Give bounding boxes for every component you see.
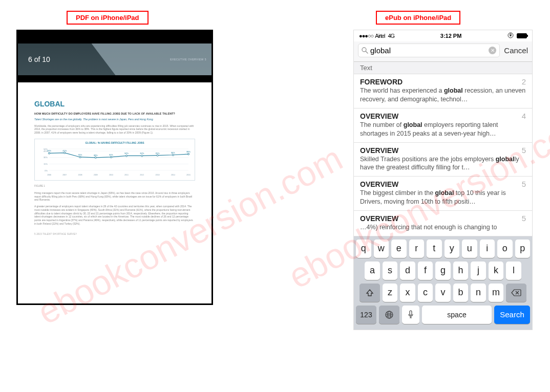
key-h[interactable]: h	[453, 262, 469, 280]
key-t[interactable]: t	[427, 239, 442, 258]
key-f[interactable]: f	[418, 262, 433, 280]
search-result[interactable]: OVERVIEW 4 The number of global employer…	[354, 108, 532, 143]
key-space[interactable]: space	[422, 306, 492, 324]
pdf-para1: Worldwide, the percentage of employers w…	[34, 124, 195, 135]
svg-point-32	[141, 155, 143, 157]
search-result[interactable]: OVERVIEW 5 Skilled Trades positions are …	[354, 143, 532, 177]
svg-text:40%: 40%	[47, 149, 51, 152]
svg-line-43	[366, 51, 368, 53]
key-shift[interactable]	[359, 284, 380, 302]
key-d[interactable]: d	[400, 262, 415, 280]
result-snippet: Skilled Trades positions are the jobs em…	[360, 155, 526, 172]
pdf-para2: Hiring managers report the most severe t…	[34, 191, 195, 202]
page-counter: 6 of 10	[28, 55, 50, 63]
results-section-header: Text	[354, 62, 532, 74]
pdf-divider	[18, 75, 211, 82]
pdf-chart: GLOBAL: % HAVING DIFFICULTY FILLING JOBS…	[34, 139, 195, 181]
key-p[interactable]: p	[515, 239, 531, 258]
svg-text:31%: 31%	[78, 154, 82, 156]
svg-text:38%: 38%	[186, 150, 191, 153]
key-m[interactable]: m	[489, 284, 504, 302]
svg-text:34%: 34%	[140, 152, 144, 155]
key-search[interactable]: Search	[494, 306, 530, 324]
key-o[interactable]: o	[497, 239, 513, 258]
result-snippet: The number of global employers reporting…	[360, 121, 526, 138]
key-v[interactable]: v	[435, 284, 451, 302]
search-input[interactable]	[370, 46, 489, 55]
key-globe[interactable]	[379, 306, 399, 324]
pdf-body[interactable]: GLOBAL HOW MUCH DIFFICULTY DO EMPLOYERS …	[18, 82, 211, 241]
key-y[interactable]: y	[445, 239, 460, 258]
key-l[interactable]: l	[506, 262, 521, 280]
key-u[interactable]: u	[462, 239, 477, 258]
svg-point-38	[187, 153, 189, 155]
svg-text:30%: 30%	[94, 154, 98, 157]
cancel-button[interactable]: Cancel	[504, 46, 528, 55]
svg-text:2008: 2008	[78, 174, 82, 176]
svg-text:2010: 2010	[109, 174, 113, 176]
key-e[interactable]: e	[391, 239, 407, 258]
svg-point-36	[172, 154, 174, 156]
label-pdf: PDF on iPhone/iPad	[67, 11, 149, 25]
pdf-banner: 6 of 10 EXECUTIVE OVERVIEW 5	[18, 43, 211, 75]
key-a[interactable]: a	[365, 262, 380, 280]
figure-caption: FIGURE 1	[34, 185, 195, 187]
key-i[interactable]: i	[480, 239, 495, 258]
pdf-heading: GLOBAL	[34, 100, 195, 108]
chart-svg: 0%15%30%45%50%20062007200820092010201120…	[38, 146, 192, 177]
svg-point-26	[95, 157, 96, 158]
result-snippet: The world has experienced a global reces…	[360, 86, 526, 104]
pdf-topbar	[18, 31, 211, 43]
battery-icon	[517, 33, 527, 38]
svg-text:15%: 15%	[44, 163, 48, 165]
svg-text:2014: 2014	[171, 174, 175, 176]
key-x[interactable]: x	[400, 284, 415, 302]
svg-rect-41	[510, 35, 512, 37]
svg-text:2011: 2011	[124, 174, 129, 176]
svg-point-28	[110, 156, 112, 158]
key-r[interactable]: r	[409, 239, 425, 258]
svg-text:2006: 2006	[47, 174, 51, 176]
result-count: 5	[522, 180, 526, 188]
svg-text:31%: 31%	[109, 154, 113, 156]
key-w[interactable]: w	[374, 239, 389, 258]
pdf-subheading: HOW MUCH DIFFICULTY DO EMPLOYERS HAVE FI…	[34, 112, 195, 116]
key-b[interactable]: b	[453, 284, 469, 302]
search-bar: ✕ Cancel	[354, 41, 532, 62]
clear-search-button[interactable]: ✕	[489, 47, 496, 54]
globe-icon	[385, 310, 394, 319]
key-backspace[interactable]	[506, 284, 526, 302]
key-mic[interactable]	[402, 306, 419, 324]
svg-point-30	[126, 155, 128, 157]
key-s[interactable]: s	[383, 262, 398, 280]
orientation-lock-icon	[507, 32, 514, 39]
key-j[interactable]: j	[471, 262, 486, 280]
svg-text:34%: 34%	[124, 152, 129, 155]
key-n[interactable]: n	[471, 284, 486, 302]
search-result[interactable]: OVERVIEW 5 …4%) reinforcing that not eno…	[354, 211, 532, 236]
pdf-viewer: 6 of 10 EXECUTIVE OVERVIEW 5 GLOBAL HOW …	[16, 30, 213, 305]
svg-point-20	[48, 153, 50, 154]
key-q[interactable]: q	[356, 239, 371, 258]
result-count: 5	[522, 146, 526, 155]
section-label: EXECUTIVE OVERVIEW 5	[170, 58, 206, 61]
search-field[interactable]: ✕	[358, 43, 500, 57]
key-123[interactable]: 123	[356, 306, 376, 324]
key-g[interactable]: g	[435, 262, 451, 280]
svg-text:36%: 36%	[171, 151, 175, 154]
key-z[interactable]: z	[383, 284, 398, 302]
search-result[interactable]: OVERVIEW 5 The biggest climber in the gl…	[354, 177, 532, 211]
result-title: FOREWORD	[360, 78, 403, 86]
svg-text:2015: 2015	[186, 174, 191, 176]
svg-text:2013: 2013	[156, 174, 160, 176]
result-title: OVERVIEW	[360, 214, 398, 223]
svg-text:41%: 41%	[62, 149, 67, 151]
search-result[interactable]: FOREWORD 2 The world has experienced a g…	[354, 74, 532, 108]
result-snippet: The biggest climber in the global top 10…	[360, 189, 526, 206]
key-k[interactable]: k	[489, 262, 504, 280]
key-c[interactable]: c	[418, 284, 433, 302]
backspace-icon	[511, 289, 521, 296]
pdf-para3: A greater percentage of employers report…	[34, 205, 195, 226]
result-count: 5	[522, 214, 526, 223]
results-list[interactable]: FOREWORD 2 The world has experienced a g…	[354, 74, 532, 236]
